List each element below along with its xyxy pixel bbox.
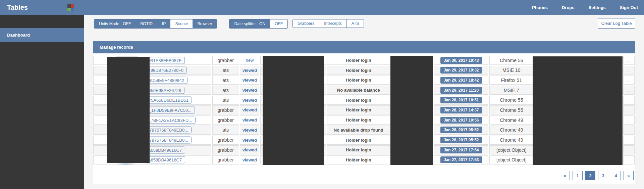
date-cell: Jan 28, 2017 18:51 bbox=[434, 96, 488, 105]
message-cell: Holder login bbox=[327, 145, 390, 154]
clear-log-table-button[interactable]: Clear Log Table bbox=[598, 18, 635, 29]
sidebar-item-dashboard[interactable]: Dashboard bbox=[0, 28, 84, 42]
more-actions-cell[interactable]: ... bbox=[623, 86, 635, 95]
date-cell: Jan 29, 2017 19:32 bbox=[434, 66, 488, 75]
more-actions-cell[interactable]: ... bbox=[623, 155, 635, 164]
nav-item-sign-out[interactable]: Sign Out bbox=[620, 5, 638, 10]
redacted-region bbox=[390, 56, 433, 165]
status-link[interactable]: viewed bbox=[243, 88, 257, 93]
date-badge: Jan 28, 2017 05:52 bbox=[440, 137, 482, 143]
browser-cell: [object Object] bbox=[489, 145, 534, 154]
more-actions-cell[interactable]: ... bbox=[623, 136, 635, 145]
more-actions-cell[interactable]: ... bbox=[623, 56, 635, 65]
panel-heading: Manage records bbox=[93, 41, 635, 53]
botid-badge[interactable]: _1F3D59E9FA7C50... bbox=[146, 106, 195, 113]
app-canvas: Tables PhonesDropsSettingsSign Out Dashb… bbox=[0, 0, 644, 189]
status-cell: viewed bbox=[240, 66, 259, 75]
status-link[interactable]: viewed bbox=[243, 128, 257, 133]
more-actions-cell[interactable]: ... bbox=[623, 145, 635, 154]
filter-button-date-splitter-on[interactable]: Date splitter - ON bbox=[229, 19, 270, 28]
botid-badge[interactable]: _7875768F849EB0... bbox=[144, 137, 192, 144]
message-cell: Holder login bbox=[327, 136, 390, 145]
botid-badge[interactable]: D59E98AF26728 bbox=[144, 87, 184, 94]
status-cell: viewed bbox=[240, 126, 259, 135]
filter-group-view-filters: Unity Mode - OFFBOTIDIPSourceBrowser bbox=[94, 19, 217, 29]
date-badge: Jan 29, 2017 18:42 bbox=[440, 77, 482, 84]
status-cell: viewed bbox=[240, 155, 259, 164]
date-badge: Jan 28, 2017 05:52 bbox=[440, 127, 482, 133]
filter-button-ip[interactable]: IP bbox=[157, 19, 170, 28]
filter-button-botid[interactable]: BOTID bbox=[136, 19, 157, 28]
botid-badge[interactable]: 7875768F849EB0... bbox=[146, 127, 192, 134]
redacted-region bbox=[533, 56, 623, 165]
record-type-cell: grabber bbox=[212, 155, 239, 164]
top-bar: Tables PhonesDropsSettingsSign Out bbox=[0, 0, 644, 15]
filter-group-date-splitter: Date splitter - ONOFF bbox=[229, 19, 288, 29]
page-button-4[interactable]: 4 bbox=[611, 171, 621, 180]
nav-item-settings[interactable]: Settings bbox=[589, 5, 606, 10]
filter-button-source[interactable]: Source bbox=[170, 19, 193, 28]
message-cell: Holder login bbox=[327, 76, 390, 85]
page-button-2[interactable]: 2 bbox=[585, 171, 595, 180]
browser-cell: Chrome 49 bbox=[489, 115, 534, 125]
browser-cell: Chrome 55 bbox=[489, 96, 534, 105]
more-actions-cell[interactable]: ... bbox=[623, 115, 635, 125]
record-type-cell: grabber bbox=[212, 115, 239, 125]
page-button-prev[interactable]: « bbox=[560, 171, 570, 180]
more-actions-cell[interactable]: ... bbox=[623, 126, 635, 135]
status-link[interactable]: viewed bbox=[243, 147, 257, 152]
status-link[interactable]: viewed bbox=[243, 98, 257, 103]
message-cell: Holder login bbox=[327, 105, 390, 114]
date-cell: Jan 28, 2017 05:52 bbox=[434, 126, 488, 135]
status-link[interactable]: viewed bbox=[243, 68, 257, 73]
botid-badge[interactable]: _7BF1A2E1AC83FD... bbox=[145, 116, 196, 124]
nav-item-phones[interactable]: Phones bbox=[532, 5, 548, 10]
message-cell: Holder login bbox=[327, 66, 390, 75]
botid-badge[interactable]: B98D876E2780F0 bbox=[144, 67, 187, 74]
more-actions-cell[interactable]: ... bbox=[623, 96, 635, 105]
filter-button-unity-mode-off[interactable]: Unity Mode - OFF bbox=[94, 19, 136, 28]
botid-badge[interactable]: 3D59E9F4889942 bbox=[145, 77, 187, 84]
page-button-next[interactable]: » bbox=[624, 171, 634, 180]
page-button-3[interactable]: 3 bbox=[598, 171, 608, 180]
browser-cell: Firefox 51 bbox=[489, 76, 534, 85]
page-button-1[interactable]: 1 bbox=[573, 171, 583, 180]
more-actions-cell[interactable]: ... bbox=[623, 66, 635, 75]
record-type-cell: ats bbox=[212, 76, 239, 85]
status-link[interactable]: new bbox=[246, 58, 254, 63]
filter-button-intercepts[interactable]: Intercepts bbox=[319, 19, 347, 28]
status-link[interactable]: viewed bbox=[243, 78, 257, 83]
filter-group-record-type: GrabbersInterceptsATS bbox=[292, 19, 364, 28]
date-cell: Jan 29, 2017 11:20 bbox=[434, 86, 488, 95]
filter-button-off[interactable]: OFF bbox=[270, 19, 287, 28]
status-link[interactable]: viewed bbox=[243, 117, 257, 123]
top-navigation: PhonesDropsSettingsSign Out bbox=[532, 0, 638, 15]
message-cell: No available balance bbox=[327, 86, 390, 95]
record-type-cell: ats bbox=[212, 66, 239, 75]
filter-button-ats[interactable]: ATS bbox=[346, 19, 364, 28]
more-actions-cell[interactable]: ... bbox=[623, 76, 635, 85]
status-link[interactable]: viewed bbox=[243, 157, 257, 162]
botid-badge[interactable]: EB1E38FFB087F bbox=[144, 57, 185, 64]
filter-button-grabbers[interactable]: Grabbers bbox=[292, 19, 319, 28]
botid-badge[interactable]: 75A658D6DE1BD51 bbox=[145, 97, 192, 104]
message-cell: Holder login bbox=[327, 115, 390, 125]
filter-bar: Unity Mode - OFFBOTIDIPSourceBrowser Dat… bbox=[94, 19, 364, 28]
redacted-region bbox=[107, 57, 150, 163]
date-badge: Jan 27, 2017 17:53 bbox=[440, 156, 482, 163]
browser-cell: [object Object] bbox=[489, 155, 534, 164]
status-link[interactable]: viewed bbox=[243, 138, 257, 143]
message-cell: Holder login bbox=[327, 155, 390, 164]
more-actions-cell[interactable]: ... bbox=[623, 105, 635, 114]
message-cell: Holder login bbox=[327, 56, 390, 65]
filter-button-browser[interactable]: Browser bbox=[193, 19, 217, 28]
browser-cell: Chrome 49 bbox=[489, 136, 534, 145]
date-cell: Jan 28, 2017 05:52 bbox=[434, 136, 488, 145]
status-cell: viewed bbox=[240, 115, 259, 125]
message-cell: No available drop found bbox=[327, 126, 390, 135]
status-link[interactable]: viewed bbox=[243, 107, 257, 112]
nav-item-drops[interactable]: Drops bbox=[562, 5, 575, 10]
date-cell: Jan 30, 2017 10:43 bbox=[434, 56, 488, 65]
botid-badge[interactable]: A658DB49616C7 bbox=[145, 146, 185, 153]
botid-badge[interactable]: A658DB49616C7 bbox=[145, 156, 185, 163]
